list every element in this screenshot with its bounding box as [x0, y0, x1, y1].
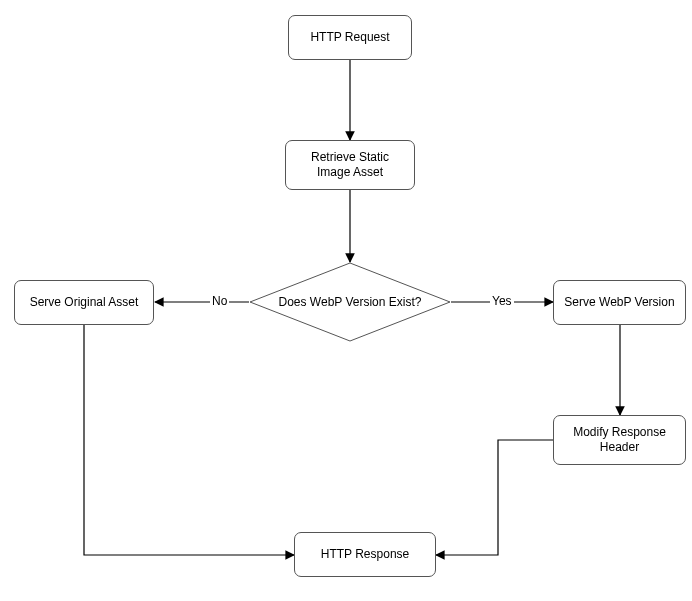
svg-marker-0 — [250, 263, 450, 341]
node-label: Modify Response Header — [562, 425, 677, 455]
edge-modify-to-response — [436, 440, 553, 555]
node-serve-webp: Serve WebP Version — [553, 280, 686, 325]
node-label: Serve WebP Version — [564, 295, 674, 310]
edge-label-yes: Yes — [490, 294, 514, 308]
edge-original-to-response — [84, 325, 294, 555]
node-decision-webp: Does WebP Version Exist? — [249, 262, 451, 342]
node-label: Serve Original Asset — [30, 295, 139, 310]
node-label: HTTP Request — [310, 30, 389, 45]
node-label: HTTP Response — [321, 547, 409, 562]
node-http-response: HTTP Response — [294, 532, 436, 577]
node-label: Retrieve Static Image Asset — [294, 150, 406, 180]
node-http-request: HTTP Request — [288, 15, 412, 60]
edge-label-no: No — [210, 294, 229, 308]
node-serve-original: Serve Original Asset — [14, 280, 154, 325]
node-retrieve-asset: Retrieve Static Image Asset — [285, 140, 415, 190]
flowchart-canvas: HTTP Request Retrieve Static Image Asset… — [0, 0, 692, 601]
node-modify-header: Modify Response Header — [553, 415, 686, 465]
